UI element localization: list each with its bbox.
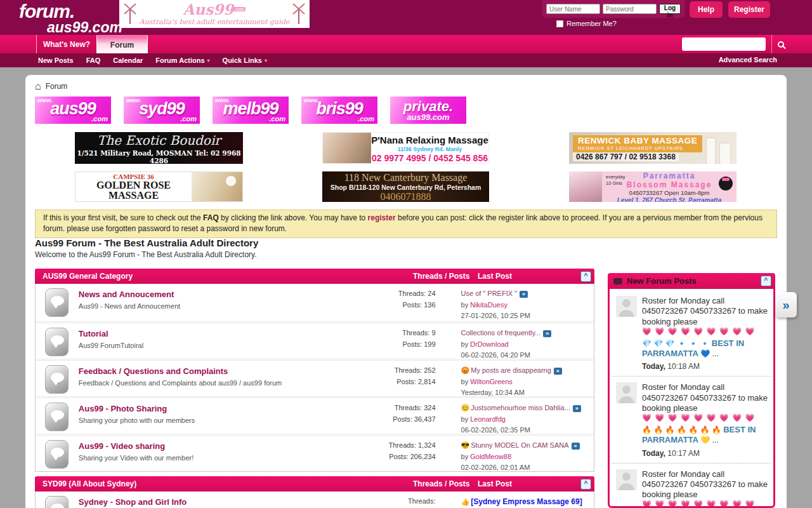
thread-emoji: 😊 [461,404,470,411]
go-to-last-post-icon[interactable]: » [543,330,551,337]
logo-line2: aus99.com [47,20,122,35]
nav-faq[interactable]: FAQ [80,57,107,64]
nav-forum-actions[interactable]: Forum Actions▾ [149,57,216,64]
column-last-post: Last Post [478,479,580,488]
forum-link[interactable]: Sydney - Shop and Girl Info [79,497,187,507]
username-field[interactable] [546,4,600,14]
header-ad-banner[interactable]: Aus99com Australia's best adult entertai… [119,0,310,28]
forum-description: Feedback / Questions and Complaints abou… [79,379,347,387]
last-post-user-link[interactable]: Leonardfdg [470,415,506,423]
register-button[interactable]: Register [728,1,770,18]
login-button[interactable]: Log in [659,4,681,14]
banner-bris99[interactable]: www. bris99 .com [301,97,377,124]
nav-new-posts[interactable]: New Posts [32,57,80,64]
search-input[interactable] [682,37,766,51]
sidebar-post[interactable]: Roster for Monday call 0450723267 045073… [612,377,771,463]
last-post-user-link[interactable]: GoldMeow88 [470,453,511,460]
ad-canterbury-massage[interactable]: 118 New Canterbury Massage Shop B/118-12… [322,171,489,202]
forum-link[interactable]: Aus99 - Photo Sharing [79,404,167,413]
forum-row-photo-sharing: Aus99 - Photo Sharing Sharing your photo… [36,396,594,434]
banner-badge: com [233,7,246,11]
category-syd99: SYD99 (All About Sydney) Threads / Posts… [35,476,594,508]
last-post-cell: 👍[Sydney Empress Massage 69] Nana (Vietn… [436,496,594,508]
ad-renwick-massage[interactable]: RENWICK BABY MASSAGE RENWICK ST LEICHHAR… [569,132,737,164]
tab-whats-new[interactable]: What's New? [36,35,96,53]
last-post-user-link[interactable]: DrDownload [470,340,509,348]
forum-status-icon [45,403,69,431]
last-post-title-link[interactable]: Collections of frequently... [461,329,541,337]
advanced-search-link[interactable]: Advanced Search [719,56,777,64]
sidebar-post[interactable]: Roster for Monday call 0450723267 045073… [612,290,771,377]
avatar [616,296,637,317]
ad-blossom-massage[interactable]: everyday 10 Girls Parramatta Blossom Mas… [569,171,737,202]
banner-private-aus99[interactable]: private. aus99.com [390,97,466,124]
ad-photo [323,133,371,163]
last-post-title-link[interactable]: [Sydney Empress Massage 69] [471,497,582,506]
nav-calendar[interactable]: Calendar [107,57,149,64]
thread-emoji: 😎 [461,441,470,449]
last-post-cell: 😎Stunny MODEL On CAM SANA» by GoldMeow88… [436,440,594,474]
collapse-category-button[interactable]: ^ [580,271,591,282]
banner-aus99[interactable]: www. aus99 .com [35,97,111,124]
post-tail: 💙 ... [700,349,718,358]
forum-row-video-sharing: Aus99 - Video sharing Sharing your Video… [36,434,594,471]
candle-graphic [720,144,730,164]
ad-exotic-boudoir[interactable]: The Exotic Boudoir 1/521 Military Road, … [75,132,243,164]
ad-pnana-massage[interactable]: P'Nana Relaxing Massage 11/36 Sydney Rd.… [322,132,489,164]
last-post-user-link[interactable]: NikitaDuesy [470,301,508,309]
ad-photo [192,172,242,201]
windmill-graphic [123,3,137,25]
password-field[interactable] [603,4,657,14]
sub-nav: New Posts FAQ Calendar Forum Actions▾ Qu… [0,53,812,67]
go-to-last-post-icon[interactable]: » [572,443,580,450]
category-title-link[interactable]: AUS99 General Category [35,272,413,281]
post-emoji-row: 💗 💗 💗 💗 💗 💗 💗 💗 💗 [642,500,768,508]
banner-syd99[interactable]: www. syd99 .com [124,97,200,124]
category-title-link[interactable]: SYD99 (All About Sydney) [35,479,413,488]
sidebar-expand-handle[interactable]: » [775,292,797,318]
remember-me[interactable]: Remember Me? [556,20,617,27]
last-post-cell: Use of " PREFIX "» by NikitaDuesy 27-01-… [436,288,594,322]
go-to-last-post-icon[interactable]: » [573,405,581,412]
last-post-title-link[interactable]: Stunny MODEL On CAM SANA [471,441,568,449]
register-link[interactable]: register [368,213,396,222]
search-button[interactable] [771,35,789,53]
post-tail: 💛 ... [700,436,718,444]
last-post-title-link[interactable]: My posts are disappearng [471,366,551,374]
last-post-user-link[interactable]: WiltonGreens [470,378,513,385]
faq-link[interactable]: FAQ [203,213,219,222]
forum-description: Aus99 ForumTutoiral [79,342,347,349]
category-header: SYD99 (All About Sydney) Threads / Posts… [35,476,594,491]
last-post-date: 06-02-2026, 02:35 PM [461,425,594,436]
avatar [616,382,637,403]
post-text: Roster for Monday call 0450723267 045073… [642,469,768,500]
help-button[interactable]: Help [690,1,723,18]
last-post-title-link[interactable]: Justsomehourhoe miss Dahlia... [471,404,570,411]
remember-me-checkbox[interactable] [556,20,563,27]
breadcrumb-forum[interactable]: Forum [46,82,68,91]
home-icon[interactable]: ⌂ [35,81,41,91]
forum-row-news: News and Annoucement Aus99 - News and An… [36,284,594,321]
go-to-last-post-icon[interactable]: » [554,368,562,375]
forum-link[interactable]: Tutorial [79,329,108,338]
forum-link[interactable]: News and Annoucement [79,290,174,299]
ad-photo [569,171,602,202]
forum-link[interactable]: Feedback / Questions and Complaints [79,366,228,376]
banner-melb99[interactable]: www. melb99 .com [213,97,289,124]
content-panel: ⌂ Forum www. aus99 .com www. syd99 .com … [25,75,787,508]
tab-forum[interactable]: Forum [96,35,148,53]
widget-header: New Forum Posts ^ [608,273,775,289]
category-aus99-general: AUS99 General Category Threads / Posts L… [35,269,594,472]
collapse-category-button[interactable]: ^ [580,479,591,490]
forum-status-icon [45,365,69,394]
nav-quick-links[interactable]: Quick Links▾ [216,57,273,64]
go-to-last-post-icon[interactable]: » [520,291,528,298]
sidebar-post[interactable]: Roster for Monday call 0450723267 045073… [612,464,771,508]
post-emoji-row: 💗 💗 💗 💗 💗 💗 💗 💗 💗 [642,327,768,337]
collapse-widget-button[interactable]: ^ [761,276,771,286]
forum-link[interactable]: Aus99 - Video sharing [79,441,165,451]
site-logo[interactable]: forum. aus99.com [19,2,122,35]
ad-golden-rose-massage[interactable]: CAMPSIE 36 GOLDEN ROSE MASSAGE 36 NORTH … [75,171,243,202]
column-threads-posts: Threads / Posts [413,479,478,488]
last-post-title-link[interactable]: Use of " PREFIX " [461,290,518,297]
